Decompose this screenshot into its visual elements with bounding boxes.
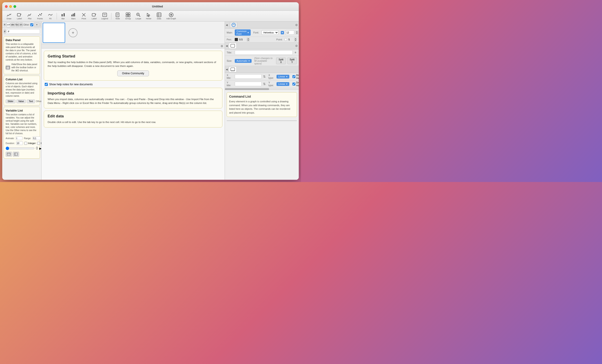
- help-panel: Getting Started Start by reading the hel…: [42, 49, 225, 180]
- y-title-input[interactable]: [235, 82, 262, 86]
- toolbar-draw-label: Draw: [7, 18, 11, 20]
- panel-btn-fx[interactable]: f(x): [15, 22, 19, 27]
- range-label: Range:: [24, 137, 31, 140]
- hash-input[interactable]: [7, 29, 40, 34]
- toolbar-legend[interactable]: Legend: [99, 12, 110, 21]
- y-arrows[interactable]: ⇅: [263, 82, 266, 86]
- title-plus-btn[interactable]: +: [294, 51, 297, 54]
- integer-checkbox[interactable]: [24, 142, 27, 145]
- font-size-stepper[interactable]: ▲ ▼: [296, 31, 298, 34]
- toolbar-loupe[interactable]: Loupe: [133, 12, 143, 21]
- font-size-up[interactable]: ▲: [296, 31, 298, 32]
- toolbar-points-label: Points: [37, 18, 43, 20]
- right-gear-icon[interactable]: ⚙: [295, 23, 298, 27]
- toolbar-fit[interactable]: Fit: [45, 12, 55, 21]
- x-nav-arrow[interactable]: ◀: [226, 68, 227, 71]
- toolbar-label[interactable]: Label: [14, 12, 24, 21]
- other-checkbox[interactable]: [30, 23, 33, 26]
- toolbar-data[interactable]: Data: [154, 12, 164, 21]
- toolbar-pivot[interactable]: Pivot: [79, 12, 89, 21]
- bottom-icon-1[interactable]: [6, 152, 12, 157]
- x-title-input[interactable]: [235, 74, 262, 79]
- svg-rect-10: [74, 13, 75, 16]
- pen-color[interactable]: [235, 38, 238, 41]
- point-stepper[interactable]: ▲ ▼: [294, 38, 297, 41]
- toolbar-addgraph[interactable]: Add Graph: [164, 12, 178, 21]
- font-size-down[interactable]: ▼: [296, 32, 298, 34]
- draw-x-numbers-checkbox[interactable]: [292, 75, 295, 78]
- bottom-icon-2[interactable]: [13, 152, 19, 157]
- horizontal-scrollbar[interactable]: [225, 88, 299, 90]
- getting-started-text: Start by reading the help bubbles in the…: [48, 60, 219, 68]
- x-arrows[interactable]: ⇅: [263, 75, 266, 78]
- split-x-button[interactable]: Split X: [276, 57, 286, 64]
- font-select[interactable]: Helvetica: [261, 30, 279, 35]
- value-button[interactable]: Value: [16, 99, 26, 103]
- toolbar-draw[interactable]: Draw: [4, 12, 14, 21]
- point-up[interactable]: ▲: [294, 38, 297, 40]
- y-type-select[interactable]: Linear ▾: [277, 82, 289, 86]
- svg-rect-24: [126, 15, 128, 17]
- toolbar-points[interactable]: Points: [35, 12, 45, 21]
- toolbar-group[interactable]: Group: [123, 12, 133, 21]
- slider-button[interactable]: Slider: [6, 99, 15, 103]
- play-button[interactable]: ▶: [39, 147, 41, 150]
- x-type-select[interactable]: Linear ▾: [277, 75, 289, 79]
- svg-rect-47: [231, 44, 235, 47]
- online-community-button[interactable]: Online Community: [117, 71, 149, 76]
- toolbar-label2[interactable]: Label: [89, 12, 99, 21]
- show-notes-checkbox[interactable]: [45, 83, 48, 86]
- range-input[interactable]: [32, 136, 41, 140]
- center-gear-icon[interactable]: ⚙: [221, 44, 223, 48]
- animation-slider[interactable]: [6, 147, 35, 149]
- nav-arrow-left[interactable]: ◀: [226, 24, 227, 26]
- panel-list-btn[interactable]: ≡: [34, 22, 40, 27]
- command-list-text: Every element in a graph is controlled u…: [229, 100, 294, 114]
- y-type-label: Y type:: [269, 81, 275, 87]
- pen-up[interactable]: ▲: [247, 38, 249, 40]
- title-input[interactable]: [235, 50, 293, 55]
- svg-point-2: [38, 15, 39, 16]
- animate-input[interactable]: [16, 136, 22, 140]
- duration-input[interactable]: [16, 141, 23, 145]
- text-button[interactable]: Text: [27, 99, 35, 103]
- pen-stepper[interactable]: ▲ ▼: [247, 38, 249, 41]
- font-size-input[interactable]: [285, 30, 294, 35]
- toolbar-fit-label: Fit: [49, 18, 52, 20]
- split-y-button[interactable]: Split Y: [287, 57, 297, 64]
- toolbar-note[interactable]: Note: [113, 12, 123, 21]
- panel-btn-123[interactable]: 123: [7, 22, 10, 27]
- graph-thumbnail-1[interactable]: [43, 23, 65, 43]
- title-gear-icon[interactable]: ⚙: [295, 44, 298, 48]
- panel-close-button[interactable]: ✕: [4, 23, 6, 26]
- hash-icon[interactable]: #: [4, 29, 6, 34]
- svg-point-3: [39, 14, 40, 15]
- font-dropdown-btn[interactable]: ▾: [281, 31, 284, 34]
- panel-btn-21[interactable]: 2/1: [20, 22, 23, 27]
- title-nav-arrow[interactable]: ◀: [226, 44, 227, 47]
- graph-thumb-area: +: [42, 21, 225, 44]
- point-color[interactable]: [284, 38, 287, 41]
- panel-btn-abc[interactable]: abc: [11, 22, 15, 27]
- toolbar-label2-label: Label: [92, 18, 97, 20]
- draw-y-numbers-checkbox[interactable]: [292, 83, 295, 85]
- toolbar-bars[interactable]: Bars: [68, 12, 78, 21]
- pen-down[interactable]: ▼: [247, 40, 249, 41]
- toolbar-plot[interactable]: Plot: [25, 12, 35, 21]
- getting-started-card: Getting Started Start by reading the hel…: [44, 51, 222, 81]
- close-button[interactable]: [5, 5, 8, 8]
- maximize-button[interactable]: [13, 5, 16, 8]
- minimize-button[interactable]: [9, 5, 12, 8]
- loop-checkbox[interactable]: [37, 142, 40, 145]
- size-select[interactable]: Automatic ▾: [235, 59, 252, 63]
- add-graph-button[interactable]: +: [68, 28, 77, 37]
- column-list-section: Column List Columns are documented using…: [4, 76, 40, 105]
- point-down[interactable]: ▼: [294, 40, 297, 41]
- common-font-dropdown-icon: ▾: [247, 31, 249, 34]
- x-type-label: X type:: [269, 74, 275, 79]
- toolbar-hover[interactable]: Hover: [144, 12, 154, 21]
- hover-icon: [146, 12, 151, 17]
- toolbar-bar[interactable]: Bar: [58, 12, 68, 21]
- svg-point-46: [232, 23, 236, 27]
- common-font-select[interactable]: Common Font ▾: [235, 29, 251, 36]
